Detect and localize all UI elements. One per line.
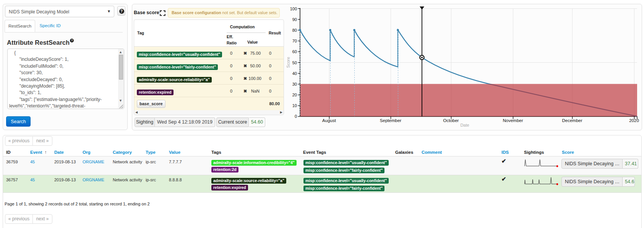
svg-text:10: 10 [292, 103, 297, 108]
svg-text:40: 40 [292, 71, 297, 76]
svg-text:Date: Date [460, 123, 469, 127]
svg-text:December: December [562, 118, 582, 123]
svg-text:October: October [443, 118, 459, 123]
svg-text:September: September [380, 118, 401, 123]
svg-text:November: November [503, 118, 523, 123]
svg-text:2020: 2020 [629, 118, 639, 123]
svg-text:0: 0 [295, 114, 297, 119]
svg-text:August: August [322, 118, 336, 123]
svg-text:Score: Score [286, 57, 290, 68]
svg-text:80: 80 [292, 28, 297, 33]
svg-text:100: 100 [290, 7, 297, 11]
svg-text:70: 70 [292, 39, 297, 43]
svg-text:20: 20 [292, 93, 297, 97]
svg-text:50: 50 [292, 60, 297, 65]
svg-text:90: 90 [292, 17, 297, 22]
svg-text:60: 60 [292, 49, 297, 54]
svg-text:30: 30 [292, 82, 297, 86]
